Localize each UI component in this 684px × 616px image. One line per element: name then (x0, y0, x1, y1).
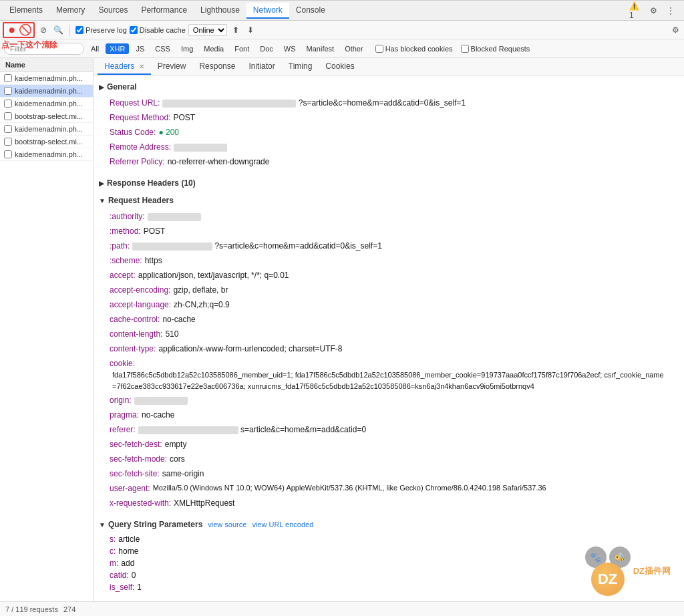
blocked-requests-label[interactable]: Blocked Requests (471, 45, 530, 53)
remote-address-value (174, 141, 227, 153)
filter-btn-img[interactable]: Img (177, 43, 197, 54)
clear-button[interactable]: 🚫 (19, 24, 31, 36)
param-is-self: is_self: 1 (110, 581, 668, 593)
warning-icon[interactable]: ⚠️ 1 (629, 4, 643, 17)
request-method-row: Request Method: POST (110, 110, 668, 125)
header-sec-fetch-mode: sec-fetch-mode: cors (110, 452, 668, 466)
general-section-header[interactable]: ▶ General (99, 78, 679, 96)
network-item-4[interactable]: kaidemenadmin.ph... (0, 123, 93, 136)
query-view-url-encoded[interactable]: view URL encoded (252, 520, 313, 528)
query-params-section-header[interactable]: ▼ Query String Parameters view source vi… (99, 516, 679, 533)
request-method-value: POST (173, 112, 195, 124)
item-name-4: kaidemenadmin.ph... (15, 125, 83, 133)
sub-tab-preview[interactable]: Preview (151, 59, 193, 75)
search-icon[interactable]: 🔍 (52, 24, 64, 36)
item-name-5: bootstrap-select.mi... (15, 138, 83, 146)
request-url-row: Request URL: ?s=article&c=home&m=add&cat… (110, 96, 668, 110)
preserve-log-checkbox[interactable] (75, 26, 83, 34)
item-checkbox-5[interactable] (4, 138, 12, 146)
network-item-5[interactable]: bootstrap-select.mi... (0, 136, 93, 148)
has-blocked-checkbox[interactable] (375, 45, 383, 53)
request-url-label: Request URL: (110, 97, 160, 109)
query-view-source[interactable]: view source (208, 520, 246, 528)
network-item-0[interactable]: kaidemenadmin.ph... (0, 72, 93, 85)
item-checkbox-1[interactable] (4, 87, 12, 95)
item-name-3: bootstrap-select.mi... (15, 112, 83, 120)
remote-addr-blurred (174, 144, 227, 152)
item-name-2: kaidemenadmin.ph... (15, 100, 83, 108)
item-checkbox-4[interactable] (4, 125, 12, 133)
header-accept-language: accept-language: zh-CN,zh;q=0.9 (110, 297, 668, 312)
network-item-2[interactable]: kaidemenadmin.ph... (0, 98, 93, 110)
header-user-agent: user-agent: Mozilla/5.0 (Windows NT 10.0… (110, 481, 668, 496)
request-headers-section-header[interactable]: ▼ Request Headers (99, 192, 679, 209)
query-params-triangle: ▼ (99, 521, 106, 528)
item-checkbox-2[interactable] (4, 100, 12, 108)
blocked-requests-checkbox[interactable] (461, 45, 469, 53)
filter-btn-js[interactable]: JS (132, 43, 148, 54)
header-content-length: content-length: 510 (110, 327, 668, 341)
filter-btn-media[interactable]: Media (200, 43, 228, 54)
size-value: 274 (63, 605, 75, 613)
request-headers-title: Request Headers (108, 196, 174, 205)
vertical-dots-icon[interactable]: ⋮ (664, 4, 677, 17)
download-icon[interactable]: ⬇ (244, 24, 256, 36)
disable-cache-label[interactable]: Disable cache (140, 26, 186, 34)
network-item-3[interactable]: bootstrap-select.mi... (0, 110, 93, 123)
subtab-close[interactable]: ✕ (139, 63, 144, 70)
filter-btn-ws[interactable]: WS (280, 43, 300, 54)
param-m: m: add (110, 557, 668, 569)
item-checkbox-6[interactable] (4, 150, 12, 158)
watermark-circle: DZ (591, 563, 625, 596)
network-item-6[interactable]: kaidemenadmin.ph... (0, 148, 93, 161)
general-triangle: ▶ (99, 84, 104, 91)
preserve-log-label[interactable]: Preserve log (86, 26, 127, 34)
filter-btn-doc[interactable]: Doc (256, 43, 277, 54)
header-origin: origin: (110, 393, 668, 408)
settings-icon[interactable]: ⚙ (647, 4, 660, 17)
header-authority: :authority: (110, 209, 668, 224)
separator-1 (69, 25, 70, 35)
filter-icon[interactable]: ⊘ (37, 24, 49, 36)
filter-btn-other[interactable]: Other (341, 43, 367, 54)
upload-icon[interactable]: ⬆ (230, 24, 242, 36)
network-item-1[interactable]: kaidemenadmin.ph... (0, 85, 93, 98)
filter-btn-manifest[interactable]: Manifest (303, 43, 339, 54)
item-checkbox-0[interactable] (4, 74, 12, 82)
general-title: General (107, 82, 137, 92)
tab-sources[interactable]: Sources (92, 3, 134, 19)
header-x-requested-with: x-requested-with: XMLHttpRequest (110, 496, 668, 510)
filter-btn-xhr[interactable]: XHR (106, 43, 129, 54)
response-headers-triangle: ▶ (99, 180, 104, 187)
sub-tab-response[interactable]: Response (192, 59, 242, 75)
filter-btn-css[interactable]: CSS (151, 43, 174, 54)
filter-btn-font[interactable]: Font (230, 43, 253, 54)
tab-elements[interactable]: Elements (3, 3, 49, 19)
sub-tab-timing[interactable]: Timing (282, 59, 319, 75)
tab-console[interactable]: Console (289, 3, 332, 19)
sub-tab-initiator[interactable]: Initiator (242, 59, 281, 75)
item-checkbox-3[interactable] (4, 112, 12, 120)
request-url-value: ?s=article&c=home&m=add&catid=0&is_self=… (162, 97, 466, 109)
has-blocked-label[interactable]: Has blocked cookies (385, 45, 453, 53)
tab-performance[interactable]: Performance (134, 3, 194, 19)
response-headers-section-header[interactable]: ▶ Response Headers (10) (99, 174, 679, 192)
header-cache-control: cache-control: no-cache (110, 312, 668, 327)
sub-tab-cookies[interactable]: Cookies (319, 59, 361, 75)
tab-memory[interactable]: Memory (49, 3, 92, 19)
header-cookie: cookie: fda17f586c5c5dbdb12a52c103585086… (110, 356, 668, 393)
tab-lighthouse[interactable]: Lighthouse (194, 3, 246, 19)
request-headers-body: :authority: :method: POST :path: ?s=arti… (99, 209, 679, 516)
disable-cache-checkbox[interactable] (130, 26, 138, 34)
record-button[interactable]: ⏺ (6, 24, 18, 36)
param-c: c: home (110, 545, 668, 557)
filter-btn-all[interactable]: All (87, 43, 103, 54)
header-method: :method: POST (110, 224, 668, 239)
tab-network[interactable]: Network (246, 3, 289, 19)
sub-tab-headers[interactable]: Headers ✕ (98, 59, 151, 75)
settings-gear-icon[interactable]: ⚙ (669, 24, 681, 36)
header-path: :path: ?s=article&c=home&m=add&catid=0&i… (110, 239, 668, 253)
item-name-1: kaidemenadmin.ph... (15, 87, 83, 95)
query-params-title: Query String Parameters (108, 520, 202, 529)
network-condition-select[interactable]: Online (188, 24, 227, 36)
